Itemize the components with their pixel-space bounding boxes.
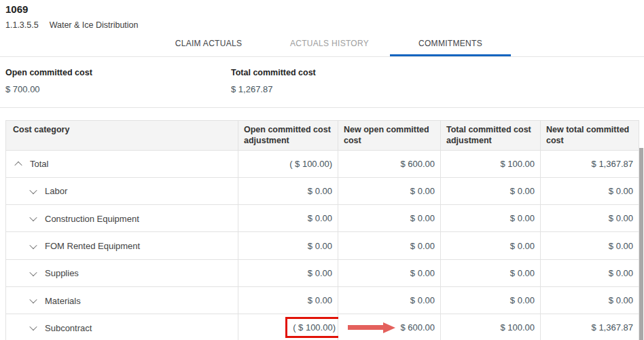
tab-claim-actuals[interactable]: CLAIM ACTUALS [148, 32, 269, 56]
cell-total-adjustment: $ 100.00 [441, 314, 541, 340]
cell-new-open: $ 600.00 [338, 314, 441, 340]
cell-new-open: $ 0.00 [338, 205, 441, 232]
cell-open-adjustment: $ 0.00 [238, 205, 338, 232]
cell-open-adjustment: $ 0.00 [238, 259, 338, 286]
cell-new-total: $ 0.00 [541, 259, 639, 286]
summary-value: $ 1,267.87 [231, 84, 316, 94]
wbs-code: 1.1.3.5.5 [5, 20, 39, 30]
cell-total-adjustment: $ 0.00 [441, 177, 541, 204]
open-committed-cost-summary: Open committed cost $ 700.00 [5, 68, 92, 94]
col-header-new-open: New open committed cost [338, 121, 441, 151]
table-row-supplies: Supplies $ 0.00 $ 0.00 $ 0.00 $ 0.00 [6, 259, 639, 286]
cell-total-adjustment: $ 0.00 [441, 232, 541, 259]
breadcrumb: 1.1.3.5.5Water & Ice Distribution [5, 20, 139, 30]
chevron-down-icon[interactable] [29, 296, 37, 303]
cell-open-adjustment: ( $ 100.00) [238, 150, 338, 177]
col-header-total-adjustment: Total committed cost adjustment [441, 121, 541, 151]
cell-open-adjustment: $ 0.00 [238, 177, 338, 204]
chevron-down-icon[interactable] [29, 269, 37, 276]
cell-total-adjustment: $ 0.00 [441, 259, 541, 286]
table-row-fom-rented-equipment: FOM Rented Equipment $ 0.00 $ 0.00 $ 0.0… [6, 232, 639, 259]
cell-new-open: $ 0.00 [338, 177, 441, 204]
cell-new-total: $ 0.00 [541, 205, 639, 232]
chevron-down-icon[interactable] [29, 241, 37, 248]
cell-new-total: $ 1,367.87 [541, 314, 639, 340]
table-row-materials: Materials $ 0.00 $ 0.00 $ 0.00 $ 0.00 [6, 286, 639, 314]
cell-new-total: $ 0.00 [541, 232, 639, 259]
arrow-annotation [348, 322, 395, 333]
cell-total-adjustment: $ 0.00 [441, 205, 541, 232]
table-row-subcontract: Subcontract ( $ 100.00) $ 600.00 $ 100.0… [6, 314, 639, 340]
cell-category: FOM Rented Equipment [6, 232, 238, 259]
table-header-row: Cost category Open committed cost adjust… [6, 121, 639, 151]
cell-category: Supplies [6, 259, 238, 286]
col-header-cost-category: Cost category [6, 121, 238, 151]
col-header-open-adjustment: Open committed cost adjustment [238, 121, 338, 151]
cell-open-adjustment: $ 0.00 [238, 286, 338, 314]
chevron-down-icon[interactable] [29, 187, 37, 194]
tab-actuals-history[interactable]: ACTUALS HISTORY [269, 32, 390, 56]
wbs-name: Water & Ice Distribution [50, 20, 139, 30]
summary-label: Open committed cost [5, 68, 92, 77]
tab-bar: CLAIM ACTUALS ACTUALS HISTORY COMMITMENT… [0, 32, 644, 57]
section-divider [0, 107, 644, 108]
commitments-table: Cost category Open committed cost adjust… [5, 120, 639, 340]
summary-value: $ 700.00 [5, 84, 92, 94]
table-row-total: Total ( $ 100.00) $ 600.00 $ 100.00 $ 1,… [6, 150, 639, 177]
tab-commitments[interactable]: COMMITMENTS [390, 32, 511, 56]
summary-label: Total committed cost [231, 68, 316, 77]
vertical-scrollbar[interactable] [639, 148, 643, 340]
total-committed-cost-summary: Total committed cost $ 1,267.87 [231, 68, 316, 94]
cell-new-total: $ 0.00 [541, 177, 639, 204]
col-header-new-total: New total committed cost [541, 121, 639, 151]
chevron-up-icon[interactable] [14, 161, 22, 168]
cell-new-open: $ 0.00 [338, 259, 441, 286]
highlight-box-annotation: ( $ 100.00) [285, 317, 343, 338]
table-row-labor: Labor $ 0.00 $ 0.00 $ 0.00 $ 0.00 [6, 177, 639, 204]
cell-total-adjustment: $ 0.00 [441, 286, 541, 314]
chevron-down-icon[interactable] [29, 214, 37, 221]
cell-new-open: $ 600.00 [338, 150, 441, 177]
cell-new-total: $ 1,367.87 [541, 150, 639, 177]
cell-new-total: $ 0.00 [541, 286, 639, 314]
cell-category: Labor [6, 177, 238, 204]
cell-category: Subcontract [6, 314, 238, 340]
cell-category: Materials [6, 286, 238, 314]
table-row-construction-equipment: Construction Equipment $ 0.00 $ 0.00 $ 0… [6, 205, 639, 232]
cell-total-adjustment: $ 100.00 [441, 150, 541, 177]
cell-open-adjustment: ( $ 100.00) [238, 314, 338, 340]
cell-open-adjustment: $ 0.00 [238, 232, 338, 259]
cell-new-open: $ 0.00 [338, 232, 441, 259]
page-title: 1069 [5, 3, 139, 15]
cell-category: Construction Equipment [6, 205, 238, 232]
chevron-down-icon[interactable] [29, 323, 37, 330]
cell-category: Total [6, 150, 238, 177]
cell-new-open: $ 0.00 [338, 286, 441, 314]
title-block: 1069 1.1.3.5.5Water & Ice Distribution [5, 3, 139, 30]
